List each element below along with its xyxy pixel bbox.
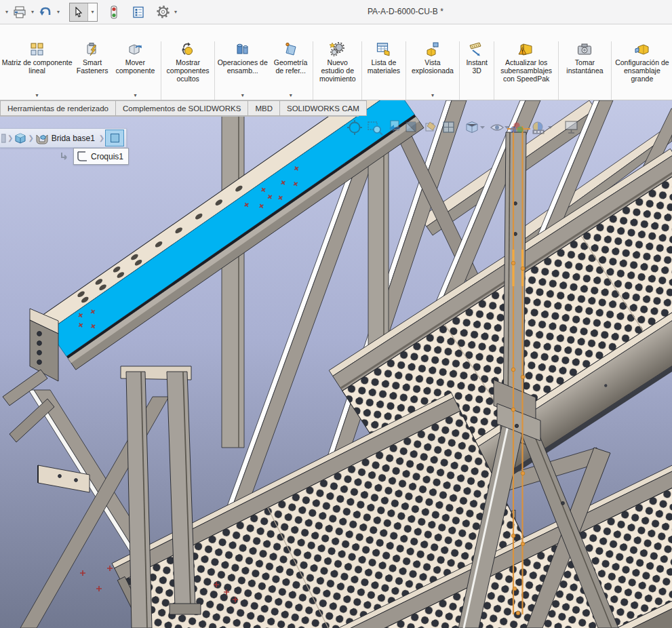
ribbon-button-move-component[interactable]: Mover componente ▾ <box>111 40 160 100</box>
selected-face-chip[interactable] <box>105 130 124 146</box>
select-tool-button[interactable] <box>70 3 88 21</box>
motion-study-icon <box>330 41 346 58</box>
breadcrumb-sketch-item[interactable]: Croquis1 <box>73 148 129 165</box>
dropdown-caret[interactable]: ▾ <box>290 92 292 98</box>
commandmanager-tabs: Herramientas de renderizado Complementos… <box>0 100 359 117</box>
section-view-icon[interactable] <box>406 122 416 132</box>
undo-button[interactable] <box>37 3 54 21</box>
tab-solidworks-cam[interactable]: SOLIDWORKS CAM <box>280 100 367 116</box>
print-button[interactable] <box>12 3 28 21</box>
file-properties-button[interactable] <box>130 3 146 21</box>
linear-component-pattern-icon <box>29 41 45 58</box>
ribbon-button-snapshot[interactable]: Tomar instantánea <box>559 40 610 100</box>
breadcrumb-partial-icon <box>1 132 7 144</box>
move-component-icon <box>127 41 143 58</box>
snapshot-camera-icon <box>576 41 593 58</box>
child-elbow-arrow-icon <box>60 151 71 162</box>
ribbon-button-speedpak[interactable]: Actualizar los subensamblajes con SpeedP… <box>495 40 557 100</box>
options-gear-icon <box>157 5 170 18</box>
select-cursor-icon <box>74 7 83 18</box>
command-manager-ribbon: Matriz de componente lineal ▾ Smart Fast… <box>0 24 672 100</box>
options-button[interactable] <box>155 3 171 21</box>
undo-caret[interactable]: ▾ <box>56 9 61 15</box>
ribbon-button-large-assembly[interactable]: Configuración de ensamblaje grande <box>612 40 672 100</box>
chevron-icon: ❯ <box>98 134 105 142</box>
ribbon-button-instant-3d[interactable]: Instant 3D <box>460 40 493 100</box>
select-caret[interactable]: ▾ <box>88 3 97 21</box>
quick-access-toolbar: ▾ ▾ ▾ ▾ <box>0 0 672 24</box>
chevron-icon: ❯ <box>7 134 14 142</box>
undo-icon <box>39 6 52 18</box>
dropdown-caret[interactable]: ▾ <box>134 92 136 98</box>
tab-complementos-solidworks[interactable]: Complementos de SOLIDWORKS <box>116 100 248 116</box>
dropdown-caret[interactable]: ▾ <box>36 92 39 98</box>
select-tool-group: ▾ <box>69 3 98 22</box>
exploded-view-icon <box>424 41 441 58</box>
print-caret[interactable]: ▾ <box>30 9 35 15</box>
document-title: PA-A-D-6000-CU-B * <box>368 7 443 16</box>
reference-geometry-icon <box>283 41 299 58</box>
breadcrumb-sketch-label: Croquis1 <box>88 152 123 161</box>
selected-face-icon <box>110 133 120 143</box>
rebuild-report-icon <box>132 6 144 18</box>
instant-3d-icon <box>469 41 485 58</box>
options-caret[interactable]: ▾ <box>173 9 178 15</box>
breadcrumb-child-row: Croquis1 <box>60 149 129 164</box>
ribbon-button-reference-geometry[interactable]: Geometría de refer... ▾ <box>269 40 312 100</box>
overflow-caret[interactable]: ▾ <box>4 9 9 15</box>
bill-of-materials-icon <box>376 41 392 58</box>
display-style-icon[interactable] <box>443 122 454 132</box>
ribbon-button-exploded-view[interactable]: Vista explosionada ▾ <box>407 40 459 100</box>
dropdown-caret[interactable]: ▾ <box>431 92 434 98</box>
print-icon <box>13 6 26 18</box>
ribbon-button-motion-study[interactable]: Nuevo estudio de movimiento <box>314 40 361 100</box>
tab-herramientas-renderizado[interactable]: Herramientas de renderizado <box>0 100 116 116</box>
breadcrumb: ❯ ❯ Brida base1 ❯ <box>0 128 127 148</box>
sheetmetal-part-icon[interactable] <box>35 132 50 145</box>
assembly-cube-icon[interactable] <box>14 132 27 145</box>
smart-fasteners-icon <box>84 41 100 58</box>
speedpak-icon <box>518 41 534 58</box>
chevron-icon: ❯ <box>27 134 34 142</box>
rebuild-traffic-light-icon <box>110 5 118 19</box>
breadcrumb-part-label[interactable]: Brida base1 <box>50 134 98 143</box>
ribbon-button-linear-pattern[interactable]: Matriz de componente lineal ▾ <box>0 40 74 100</box>
ribbon-button-smart-fasteners[interactable]: Smart Fasteners <box>74 40 111 100</box>
graphics-area[interactable] <box>0 100 672 628</box>
ribbon-button-show-hidden[interactable]: Mostrar componentes ocultos <box>162 40 214 100</box>
large-assembly-icon <box>634 41 650 58</box>
tab-mbd[interactable]: MBD <box>248 100 280 116</box>
rebuild-button[interactable] <box>106 3 122 21</box>
ribbon-button-bom[interactable]: Lista de materiales <box>363 40 404 100</box>
ribbon-button-assembly-features[interactable]: Operaciones de ensamb... ▾ <box>216 40 269 100</box>
dropdown-caret[interactable]: ▾ <box>241 92 244 98</box>
sketch-icon <box>77 151 88 162</box>
solidworks-window: { "window": { "title": "PA-A-D-6000-CU-B… <box>0 0 672 628</box>
show-hidden-components-icon <box>180 41 196 58</box>
previous-view-icon[interactable] <box>389 121 400 132</box>
assembly-features-icon <box>235 41 251 58</box>
